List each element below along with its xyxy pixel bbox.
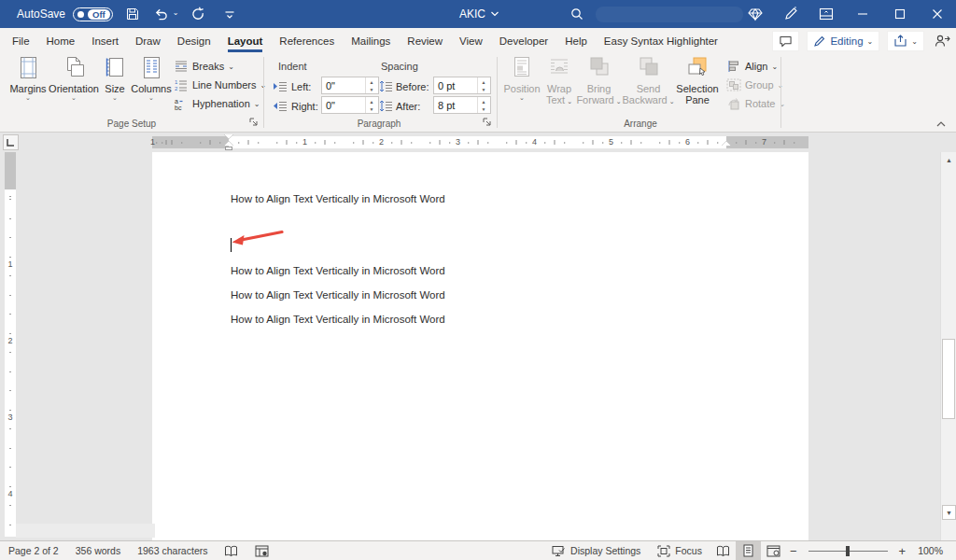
zoom-slider-handle[interactable]: [846, 546, 850, 556]
indent-right-icon: [273, 101, 288, 113]
tab-selector[interactable]: [3, 134, 19, 150]
tab-view[interactable]: View: [451, 30, 491, 51]
tab-developer[interactable]: Developer: [491, 30, 556, 51]
zoom-out-button[interactable]: −: [786, 544, 801, 558]
indent-right-row: Right:: [273, 97, 318, 116]
display-settings-button[interactable]: Display Settings: [543, 545, 649, 557]
macro-recording-icon[interactable]: [246, 545, 277, 557]
position-button[interactable]: Position⌄: [504, 56, 540, 102]
tab-review[interactable]: Review: [399, 30, 451, 51]
spacing-before-input[interactable]: 0 pt ▲▼: [433, 77, 491, 94]
status-bar: Page 2 of 2 356 words 1963 characters Di…: [0, 540, 956, 560]
margins-button[interactable]: Margins⌄: [9, 56, 47, 102]
hanging-indent-marker[interactable]: [224, 141, 233, 146]
scroll-down-button[interactable]: ▼: [942, 505, 956, 520]
comments-button[interactable]: [772, 31, 799, 51]
editing-mode-button[interactable]: Editing ⌄: [807, 31, 879, 51]
autosave-label: AutoSave: [17, 7, 65, 21]
wrap-text-button[interactable]: WrapText⌄: [541, 56, 577, 107]
ruler-number: 2: [379, 136, 384, 148]
tab-home[interactable]: Home: [38, 30, 84, 51]
vertical-ruler[interactable]: 1 2 3 4: [5, 152, 16, 537]
paragraph-group-label: Paragraph: [267, 119, 491, 129]
indent-right-spinner[interactable]: ▲▼: [365, 97, 377, 113]
read-mode-button[interactable]: [710, 541, 736, 560]
search-icon[interactable]: [569, 7, 584, 21]
paragraph-dialog-launcher[interactable]: [482, 117, 493, 128]
word-count[interactable]: 356 words: [67, 545, 129, 556]
ribbon-display-options-icon[interactable]: [808, 4, 844, 24]
size-button[interactable]: Size⌄: [101, 56, 129, 102]
tab-design[interactable]: Design: [169, 30, 219, 51]
bring-forward-button[interactable]: BringForward⌄: [575, 56, 623, 107]
close-button[interactable]: [919, 0, 956, 28]
tab-insert[interactable]: Insert: [83, 30, 127, 51]
collapse-ribbon-chevron[interactable]: [935, 119, 947, 130]
svg-text:1: 1: [175, 79, 178, 85]
search-bar[interactable]: [596, 7, 743, 22]
left-indent-marker[interactable]: [225, 147, 232, 150]
right-indent-marker[interactable]: [722, 141, 731, 146]
save-icon[interactable]: [120, 4, 145, 24]
send-backward-button[interactable]: SendBackward⌄: [623, 56, 674, 107]
tab-easy-syntax-highlighter[interactable]: Easy Syntax Highlighter: [596, 30, 726, 51]
spacing-after-input[interactable]: 8 pt ▲▼: [433, 96, 491, 114]
redo-button[interactable]: [186, 4, 210, 24]
indent-left-input[interactable]: 0" ▲▼: [321, 77, 379, 94]
align-button[interactable]: Align⌄: [726, 57, 778, 76]
columns-button[interactable]: Columns⌄: [131, 56, 172, 102]
quick-access-customize-icon[interactable]: [218, 4, 242, 24]
undo-button[interactable]: [152, 4, 171, 24]
zoom-level[interactable]: 100%: [909, 545, 956, 556]
spacing-header: Spacing: [381, 61, 418, 72]
selection-pane-button[interactable]: SelectionPane: [674, 56, 721, 105]
document-title-chevron: [490, 10, 499, 18]
scroll-up-button[interactable]: ▲: [941, 152, 956, 168]
page-indicator[interactable]: Page 2 of 2: [0, 545, 67, 556]
proofing-icon[interactable]: [216, 545, 246, 557]
ruler-number: 6: [685, 136, 690, 148]
page-setup-dialog-launcher[interactable]: [248, 117, 260, 128]
rotate-button[interactable]: Rotate⌄: [726, 94, 785, 113]
scrollbar-thumb[interactable]: [942, 339, 955, 419]
group-button[interactable]: Group⌄: [726, 76, 783, 94]
vruler-number: 3: [5, 413, 16, 422]
maximize-button[interactable]: [881, 0, 919, 28]
vruler-number: 1: [5, 259, 16, 269]
tab-layout[interactable]: Layout: [219, 30, 272, 51]
tab-draw[interactable]: Draw: [127, 30, 169, 51]
document-page[interactable]: How to Align Text Vertically in Microsof…: [152, 152, 808, 540]
doc-line: How to Align Text Vertically in Microsof…: [231, 314, 445, 325]
zoom-in-button[interactable]: +: [895, 544, 910, 558]
spacing-after-spinner[interactable]: ▲▼: [477, 97, 489, 113]
print-layout-button[interactable]: [736, 541, 761, 560]
minimize-button[interactable]: [844, 0, 881, 28]
tab-help[interactable]: Help: [556, 30, 596, 51]
autosave-toggle[interactable]: Off: [73, 7, 113, 21]
undo-dropdown-chevron[interactable]: ⌄: [173, 8, 179, 17]
hyphenation-button[interactable]: abc Hyphenation⌄: [174, 94, 260, 113]
vertical-scrollbar[interactable]: ▲ ▼: [940, 152, 956, 540]
share-button[interactable]: ⌄: [887, 31, 924, 51]
presence-people-icon[interactable]: [934, 34, 950, 49]
ruler-row: 1 1 2 3 4 5 6 7: [0, 133, 956, 152]
focus-button[interactable]: Focus: [649, 545, 710, 557]
breaks-button[interactable]: Breaks⌄: [174, 57, 234, 76]
character-count[interactable]: 1963 characters: [129, 545, 216, 556]
tab-references[interactable]: References: [271, 30, 343, 51]
indent-left-spinner[interactable]: ▲▼: [365, 77, 377, 93]
premium-diamond-icon[interactable]: [738, 4, 773, 24]
indent-right-input[interactable]: 0" ▲▼: [321, 96, 379, 114]
first-line-indent-marker[interactable]: [224, 134, 233, 139]
web-layout-button[interactable]: [761, 541, 786, 560]
draw-pen-icon[interactable]: [773, 4, 808, 24]
horizontal-ruler[interactable]: 1 1 2 3 4 5 6 7: [152, 136, 808, 148]
zoom-slider[interactable]: [808, 551, 888, 552]
autosave-state: Off: [88, 9, 110, 20]
document-title[interactable]: AKIC: [459, 0, 499, 28]
line-numbers-button[interactable]: 12 Line Numbers⌄: [174, 76, 266, 94]
spacing-before-spinner[interactable]: ▲▼: [477, 77, 489, 93]
orientation-button[interactable]: Orientation⌄: [49, 56, 99, 102]
tab-file[interactable]: File: [4, 30, 38, 51]
tab-mailings[interactable]: Mailings: [343, 30, 399, 51]
